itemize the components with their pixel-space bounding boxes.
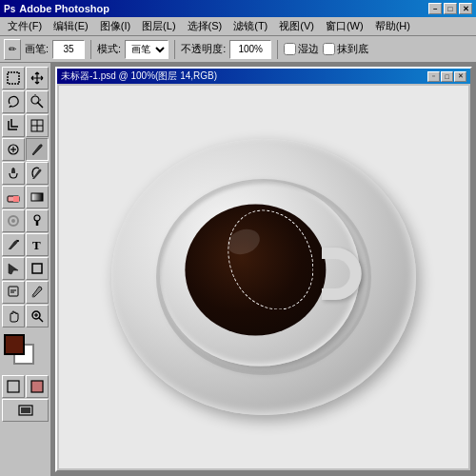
main-area: T [0, 63, 476, 476]
color-section [2, 332, 49, 370]
svg-rect-15 [31, 193, 43, 201]
quick-mask-button[interactable] [26, 375, 49, 398]
tool-row-8: T [2, 233, 49, 256]
document-controls: － □ ✕ [427, 71, 466, 82]
svg-rect-34 [21, 407, 30, 413]
document-canvas [59, 86, 468, 468]
wet-edge-input[interactable] [284, 43, 296, 55]
marquee-tool[interactable] [2, 67, 25, 89]
tool-row-3 [2, 114, 49, 137]
magic-wand-tool[interactable] [26, 90, 49, 113]
doc-maximize-button[interactable]: □ [441, 71, 453, 82]
toolbar: ✏ 画笔: 模式: 画笔 正常 溶解 不透明度: 湿边 抹到底 [0, 36, 476, 63]
svg-rect-12 [11, 170, 15, 173]
tool-row-11 [2, 305, 49, 327]
tool-row-1 [2, 67, 49, 89]
coffee-image-canvas [59, 86, 468, 468]
opacity-input[interactable] [229, 40, 271, 59]
eyedropper-tool[interactable] [26, 281, 49, 304]
eraser-tool[interactable] [2, 186, 25, 208]
brush-tool-button[interactable]: ✏ [4, 39, 21, 60]
color-boxes[interactable] [4, 334, 38, 368]
foreground-color-box[interactable] [4, 334, 25, 355]
screen-mode-button[interactable] [2, 399, 49, 422]
menu-select[interactable]: 选择(S) [182, 17, 228, 35]
menu-filter[interactable]: 滤镜(T) [228, 17, 273, 35]
svg-point-20 [17, 240, 19, 242]
menu-file[interactable]: 文件(F) [2, 17, 48, 35]
history-brush-tool[interactable] [26, 162, 49, 185]
toolbar-separator-2 [174, 40, 175, 59]
blur-tool[interactable] [2, 209, 25, 232]
spray-label: 抹到底 [337, 42, 368, 56]
toolbar-separator-1 [90, 40, 91, 59]
menu-view[interactable]: 视图(V) [273, 17, 320, 35]
tool-row-4 [2, 138, 49, 161]
doc-minimize-button[interactable]: － [427, 71, 440, 82]
clone-stamp-tool[interactable] [2, 162, 25, 185]
document-window: 未标器-1.psd @ 100%(图层 14,RGB) － □ ✕ [55, 67, 472, 472]
mode-label: 模式: [97, 42, 121, 56]
coffee-liquid [185, 204, 326, 335]
minimize-button[interactable]: － [428, 3, 442, 14]
window-controls: － □ ✕ [428, 3, 472, 14]
healing-brush-tool[interactable] [2, 138, 25, 161]
toolbar-separator-3 [277, 40, 278, 59]
zoom-tool[interactable] [26, 305, 49, 327]
mode-select[interactable]: 画笔 正常 溶解 [125, 40, 169, 59]
maximize-button[interactable]: □ [444, 3, 457, 14]
tool-row-2 [2, 90, 49, 113]
menu-help[interactable]: 帮助(H) [369, 17, 416, 35]
pen-tool[interactable] [2, 233, 25, 256]
svg-rect-32 [31, 381, 43, 392]
menu-edit[interactable]: 编辑(E) [48, 17, 94, 35]
brush-size-input[interactable] [52, 40, 85, 59]
saucer [111, 139, 416, 415]
brush-tool[interactable] [26, 138, 49, 161]
notes-tool[interactable] [2, 281, 25, 304]
opacity-label: 不透明度: [181, 42, 226, 56]
svg-rect-31 [8, 381, 19, 392]
canvas-area: 未标器-1.psd @ 100%(图层 14,RGB) － □ ✕ [51, 63, 476, 476]
document-title: 未标器-1.psd @ 100%(图层 14,RGB) [61, 69, 427, 83]
path-select-tool[interactable] [2, 257, 25, 280]
slice-tool[interactable] [26, 114, 49, 137]
crop-tool[interactable] [2, 114, 25, 137]
wet-edge-label: 湿边 [298, 42, 319, 56]
title-bar-icon: Ps [4, 4, 15, 14]
title-bar: Ps Adobe Photoshop － □ ✕ [0, 0, 476, 17]
spray-input[interactable] [323, 43, 335, 55]
menu-image[interactable]: 图像(I) [94, 17, 136, 35]
wet-edge-checkbox[interactable]: 湿边 [284, 42, 319, 56]
screen-mode-row [2, 399, 49, 422]
close-button[interactable]: ✕ [459, 3, 472, 14]
spray-checkbox[interactable]: 抹到底 [323, 42, 368, 56]
lasso-tool[interactable] [2, 90, 25, 113]
svg-rect-0 [8, 72, 19, 84]
svg-point-18 [34, 215, 40, 221]
svg-text:T: T [32, 238, 41, 252]
doc-close-button[interactable]: ✕ [454, 71, 466, 82]
shape-tool[interactable] [26, 257, 49, 280]
svg-rect-22 [32, 264, 42, 273]
tool-row-9 [2, 257, 49, 280]
svg-point-26 [32, 295, 35, 298]
document-title-bar: 未标器-1.psd @ 100%(图层 14,RGB) － □ ✕ [57, 69, 470, 84]
svg-point-3 [31, 96, 39, 104]
app-title: Adobe Photoshop [19, 3, 428, 14]
text-tool[interactable]: T [26, 233, 49, 256]
hand-tool[interactable] [2, 305, 25, 327]
mask-mode-row [2, 375, 49, 398]
menu-layer[interactable]: 图层(L) [136, 17, 181, 35]
brush-size-label: 画笔: [25, 42, 49, 56]
dodge-tool[interactable] [26, 209, 49, 232]
menu-window[interactable]: 窗口(W) [320, 17, 369, 35]
tool-row-5 [2, 162, 49, 185]
cup-handle [322, 248, 362, 300]
svg-line-28 [39, 318, 43, 322]
move-tool[interactable] [26, 67, 49, 89]
gradient-tool[interactable] [26, 186, 49, 208]
selection-marquee [228, 209, 314, 309]
standard-mode-button[interactable] [2, 375, 25, 398]
svg-rect-14 [13, 196, 19, 202]
